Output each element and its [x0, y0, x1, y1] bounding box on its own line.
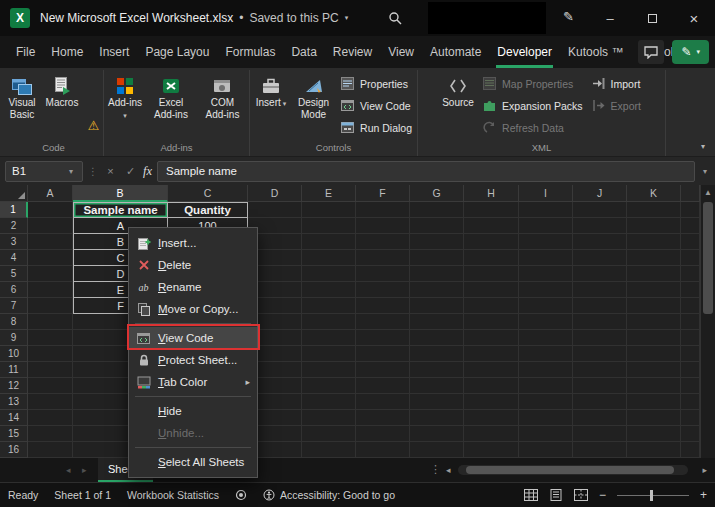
cell-g14[interactable]	[410, 410, 464, 426]
cell-e11[interactable]	[302, 362, 356, 378]
insert-function-button[interactable]: fx	[143, 164, 152, 179]
cell-f6[interactable]	[356, 282, 410, 298]
cell-e14[interactable]	[302, 410, 356, 426]
cell-j5[interactable]	[573, 266, 627, 282]
cell-h4[interactable]	[464, 250, 519, 266]
column-header-b[interactable]: B	[73, 185, 168, 202]
saved-status[interactable]: Saved to this PC	[249, 11, 338, 25]
cell-i6[interactable]	[519, 282, 573, 298]
cell-k2[interactable]	[627, 218, 681, 234]
cell-a1[interactable]	[28, 202, 73, 218]
menu-item-select-all-sheets[interactable]: Select All Sheets	[129, 451, 257, 473]
cell-j11[interactable]	[573, 362, 627, 378]
cell-h1[interactable]	[464, 202, 519, 218]
cell-j14[interactable]	[573, 410, 627, 426]
cell-h13[interactable]	[464, 394, 519, 410]
map-properties-button[interactable]: Map Properties	[479, 75, 586, 92]
cell-j3[interactable]	[573, 234, 627, 250]
cell-e15[interactable]	[302, 426, 356, 442]
cell-a11[interactable]	[28, 362, 73, 378]
cancel-entry-icon[interactable]: ×	[103, 165, 118, 177]
ribbon-tab-developer[interactable]: Developer	[489, 36, 560, 68]
cell-g1[interactable]	[410, 202, 464, 218]
menu-item-hide[interactable]: Hide	[129, 400, 257, 422]
cell-a15[interactable]	[28, 426, 73, 442]
cell-k5[interactable]	[627, 266, 681, 282]
vertical-scrollbar[interactable]: ▲	[700, 185, 715, 458]
saved-status-chevron-icon[interactable]: ▾	[345, 14, 349, 22]
cell-k7[interactable]	[627, 298, 681, 314]
cell-g10[interactable]	[410, 346, 464, 362]
row-header-16[interactable]: 16	[0, 442, 28, 458]
row-header-7[interactable]: 7	[0, 298, 28, 314]
cell-j2[interactable]	[573, 218, 627, 234]
cell-i13[interactable]	[519, 394, 573, 410]
cell-g7[interactable]	[410, 298, 464, 314]
row-header-11[interactable]: 11	[0, 362, 28, 378]
macros-button[interactable]: Macros	[43, 72, 81, 139]
tab-area-splitter[interactable]: ⋮	[430, 463, 441, 476]
cell-f15[interactable]	[356, 426, 410, 442]
ribbon-tab-file[interactable]: File	[8, 36, 43, 68]
cell-j16[interactable]	[573, 442, 627, 458]
cell-h2[interactable]	[464, 218, 519, 234]
cell-g2[interactable]	[410, 218, 464, 234]
cell-e5[interactable]	[302, 266, 356, 282]
import-button[interactable]: Import	[588, 75, 644, 92]
cell-f7[interactable]	[356, 298, 410, 314]
column-header-k[interactable]: K	[627, 185, 681, 202]
view-code-button[interactable]: View Code	[337, 97, 415, 114]
zoom-slider[interactable]	[617, 495, 689, 496]
cell-f1[interactable]	[356, 202, 410, 218]
column-header-i[interactable]: I	[519, 185, 573, 202]
cell-h16[interactable]	[464, 442, 519, 458]
export-button[interactable]: Export	[588, 97, 644, 114]
tab-scroll-right-icon[interactable]: ▸	[82, 465, 87, 475]
ribbon-tab-home[interactable]: Home	[43, 36, 91, 68]
collapse-ribbon-icon[interactable]: ▾	[701, 142, 705, 151]
cell-a16[interactable]	[28, 442, 73, 458]
ribbon-tab-review[interactable]: Review	[325, 36, 380, 68]
cell-e10[interactable]	[302, 346, 356, 362]
cell-i15[interactable]	[519, 426, 573, 442]
cell-e16[interactable]	[302, 442, 356, 458]
page-layout-view-icon[interactable]	[549, 489, 563, 501]
cell-h10[interactable]	[464, 346, 519, 362]
column-header-f[interactable]: F	[356, 185, 410, 202]
row-header-3[interactable]: 3	[0, 234, 28, 250]
zoom-out-button[interactable]: −	[599, 488, 606, 502]
cell-j6[interactable]	[573, 282, 627, 298]
cell-j15[interactable]	[573, 426, 627, 442]
cell-j4[interactable]	[573, 250, 627, 266]
cell-j7[interactable]	[573, 298, 627, 314]
cell-j8[interactable]	[573, 314, 627, 330]
cell-i9[interactable]	[519, 330, 573, 346]
column-header-c[interactable]: C	[168, 185, 248, 202]
page-break-view-icon[interactable]	[574, 489, 588, 501]
scroll-right-icon[interactable]: ▸	[702, 465, 707, 475]
cell-k10[interactable]	[627, 346, 681, 362]
formula-input[interactable]: Sample name	[157, 161, 695, 182]
cell-g6[interactable]	[410, 282, 464, 298]
cell-a2[interactable]	[28, 218, 73, 234]
cell-j9[interactable]	[573, 330, 627, 346]
cell-c1[interactable]: Quantity	[168, 202, 248, 218]
row-header-5[interactable]: 5	[0, 266, 28, 282]
cell-j13[interactable]	[573, 394, 627, 410]
cell-i16[interactable]	[519, 442, 573, 458]
row-header-8[interactable]: 8	[0, 314, 28, 330]
cell-k15[interactable]	[627, 426, 681, 442]
cell-h7[interactable]	[464, 298, 519, 314]
menu-item-rename[interactable]: abRename	[129, 276, 257, 298]
row-header-6[interactable]: 6	[0, 282, 28, 298]
cell-g3[interactable]	[410, 234, 464, 250]
cell-g5[interactable]	[410, 266, 464, 282]
com-add-ins-button[interactable]: COM Add-ins	[198, 72, 247, 139]
expansion-packs-button[interactable]: Expansion Packs	[479, 97, 586, 114]
row-header-9[interactable]: 9	[0, 330, 28, 346]
cell-k11[interactable]	[627, 362, 681, 378]
cell-f10[interactable]	[356, 346, 410, 362]
select-all-corner[interactable]	[0, 185, 28, 202]
cell-a9[interactable]	[28, 330, 73, 346]
cell-g4[interactable]	[410, 250, 464, 266]
